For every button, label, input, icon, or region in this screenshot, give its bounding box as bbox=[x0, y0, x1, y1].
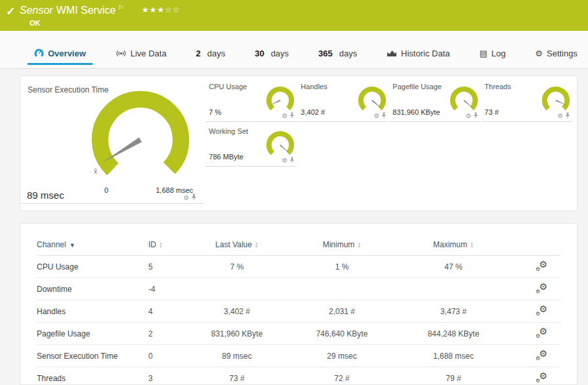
gauge-title: Pagefile Usage bbox=[392, 83, 442, 91]
sensor-status-header: ✓ SensorWMI Service⚐ ★★★☆☆ OK bbox=[0, 0, 588, 31]
tab-live-data[interactable]: Live Data bbox=[106, 49, 176, 68]
pin-icon[interactable] bbox=[381, 112, 387, 120]
pin-icon[interactable] bbox=[191, 193, 197, 202]
channel-maximum: 79 # bbox=[398, 367, 509, 385]
pin-icon[interactable] bbox=[289, 157, 295, 165]
tab-label: days bbox=[271, 49, 289, 58]
mini-gauge-tile-threads: Threads 73 # ⚙ bbox=[482, 77, 572, 122]
gauge-settings-gear-icon[interactable]: ⚙ bbox=[183, 195, 189, 201]
tab-log[interactable]: ▤ Log bbox=[470, 49, 514, 68]
sensor-name: WMI Service bbox=[56, 5, 116, 16]
channel-table: Channel▼ ID▲▼ Last Value▲▼ Minimum▲▼ Max… bbox=[37, 233, 560, 385]
pagefile-usage-gauge bbox=[450, 86, 478, 115]
table-row[interactable]: Handles 4 3,402 # 2,031 # 3,473 # ⚙⚙ bbox=[37, 300, 560, 323]
channel-maximum: 3,473 # bbox=[398, 300, 509, 323]
channel-settings-icon[interactable]: ⚙⚙ bbox=[536, 350, 547, 360]
sort-desc-icon: ▼ bbox=[70, 242, 75, 249]
channel-last-value: 831,960 KByte bbox=[188, 323, 286, 345]
column-header-settings bbox=[509, 233, 560, 256]
mini-gauge-tile-cpu-usage: CPU Usage 7 % ⚙ bbox=[206, 77, 297, 122]
channel-last-value: 73 # bbox=[188, 367, 286, 385]
channel-minimum: 2,031 # bbox=[286, 300, 398, 323]
gauge-settings-gear-icon[interactable]: ⚙ bbox=[282, 113, 287, 119]
tab-30-days[interactable]: 30 days bbox=[245, 49, 298, 68]
gear-icon: ⚙ bbox=[535, 49, 543, 58]
sort-icon: ▲▼ bbox=[470, 242, 474, 249]
page-title: SensorWMI Service⚐ bbox=[20, 4, 123, 16]
ok-check-icon: ✓ bbox=[6, 5, 15, 18]
tab-historic-data[interactable]: Historic Data bbox=[377, 49, 459, 68]
gauge-settings-gear-icon[interactable]: ⚙ bbox=[373, 113, 379, 119]
channel-name[interactable]: Pagefile Usage bbox=[37, 323, 148, 345]
mini-gauge-tile-pagefile-usage: Pagefile Usage 831,960 KByte ⚙ bbox=[390, 77, 480, 122]
channel-name[interactable]: Handles bbox=[37, 300, 148, 323]
channel-settings-icon[interactable]: ⚙⚙ bbox=[536, 283, 547, 293]
tab-number: 365 bbox=[318, 49, 333, 58]
table-row[interactable]: CPU Usage 5 7 % 1 % 47 % ⚙⚙ bbox=[37, 256, 560, 278]
primary-channel-gauge-tile: Sensor Execution Time x̄ 0 1,688 msec 89… bbox=[22, 77, 205, 204]
gauge-title: CPU Usage bbox=[209, 83, 247, 91]
channel-id: 3 bbox=[148, 367, 188, 385]
gauge-settings-gear-icon[interactable]: ⚙ bbox=[465, 113, 471, 119]
tab-2-days[interactable]: 2 days bbox=[187, 49, 235, 68]
gauge-title: Handles bbox=[301, 83, 327, 91]
mini-gauge-grid: CPU Usage 7 % ⚙ Handles 3,402 # ⚙ Pagefi… bbox=[206, 77, 577, 211]
gauge-title: Working Set bbox=[209, 127, 248, 135]
channel-minimum bbox=[286, 278, 398, 300]
column-header-channel[interactable]: Channel▼ bbox=[37, 233, 148, 256]
channel-id: 5 bbox=[148, 256, 188, 278]
channel-last-value: 7 % bbox=[188, 256, 286, 278]
tab-bar: Overview Live Data 2 days 30 days 365 da… bbox=[0, 31, 588, 69]
channel-settings-icon[interactable]: ⚙⚙ bbox=[536, 372, 547, 382]
channel-maximum: 1,688 msec bbox=[398, 345, 509, 367]
column-header-minimum[interactable]: Minimum▲▼ bbox=[286, 233, 398, 256]
historic-data-icon bbox=[387, 49, 397, 58]
table-row[interactable]: Downtime -4 ⚙⚙ bbox=[37, 278, 560, 300]
column-header-last-value[interactable]: Last Value▲▼ bbox=[188, 233, 286, 256]
channel-name[interactable]: Sensor Execution Time bbox=[37, 345, 148, 367]
channel-id: 2 bbox=[148, 323, 188, 345]
channel-minimum: 1 % bbox=[286, 256, 398, 278]
tab-overview[interactable]: Overview bbox=[25, 49, 95, 68]
channel-name[interactable]: Threads bbox=[37, 367, 148, 385]
table-row[interactable]: Pagefile Usage 2 831,960 KByte 746,640 K… bbox=[37, 323, 560, 345]
channel-minimum: 746,640 KByte bbox=[286, 323, 398, 345]
sort-icon: ▲▼ bbox=[357, 242, 361, 249]
threads-gauge bbox=[541, 86, 570, 115]
gauge-scale-min: 0 bbox=[104, 186, 108, 194]
pin-icon[interactable] bbox=[473, 112, 478, 120]
channel-name[interactable]: CPU Usage bbox=[37, 256, 148, 278]
channel-table-panel: Channel▼ ID▲▼ Last Value▲▼ Minimum▲▼ Max… bbox=[20, 223, 578, 385]
column-header-id[interactable]: ID▲▼ bbox=[148, 233, 188, 256]
gauge-value: 73 # bbox=[484, 108, 498, 116]
average-marker: x̄ bbox=[94, 168, 97, 175]
gauge-value: 831,960 KByte bbox=[392, 108, 440, 116]
gauge-value: 89 msec bbox=[27, 190, 64, 201]
channel-id: -4 bbox=[148, 278, 188, 300]
table-row[interactable]: Sensor Execution Time 0 89 msec 29 msec … bbox=[37, 345, 560, 367]
channel-settings-icon[interactable]: ⚙⚙ bbox=[536, 305, 547, 315]
channel-settings-icon[interactable]: ⚙⚙ bbox=[536, 260, 547, 271]
channel-settings-icon[interactable]: ⚙⚙ bbox=[536, 327, 547, 338]
channel-minimum: 29 msec bbox=[286, 345, 398, 367]
flag-icon[interactable]: ⚐ bbox=[117, 4, 123, 11]
gauge-settings-gear-icon[interactable]: ⚙ bbox=[282, 157, 287, 164]
pin-icon[interactable] bbox=[289, 112, 295, 120]
tab-settings[interactable]: ⚙ Settings bbox=[526, 49, 587, 68]
tab-label: days bbox=[339, 49, 357, 58]
table-row[interactable]: Threads 3 73 # 72 # 79 # ⚙⚙ bbox=[37, 367, 560, 385]
pin-icon[interactable] bbox=[565, 112, 570, 120]
gauge-value: 786 MByte bbox=[209, 153, 243, 161]
tab-label: Log bbox=[492, 49, 506, 58]
channel-name[interactable]: Downtime bbox=[37, 278, 148, 300]
priority-stars[interactable]: ★★★☆☆ bbox=[142, 5, 180, 14]
tab-365-days[interactable]: 365 days bbox=[309, 49, 366, 68]
page-title-prefix: Sensor bbox=[20, 5, 53, 16]
tab-number: 30 bbox=[255, 49, 264, 58]
channel-maximum: 844,248 KByte bbox=[398, 323, 509, 345]
mini-gauge-tile-working-set: Working Set 786 MByte ⚙ bbox=[206, 122, 297, 167]
gauge-title: Threads bbox=[484, 83, 511, 91]
log-icon: ▤ bbox=[479, 49, 487, 58]
gauge-settings-gear-icon[interactable]: ⚙ bbox=[557, 113, 563, 119]
column-header-maximum[interactable]: Maximum▲▼ bbox=[398, 233, 509, 256]
